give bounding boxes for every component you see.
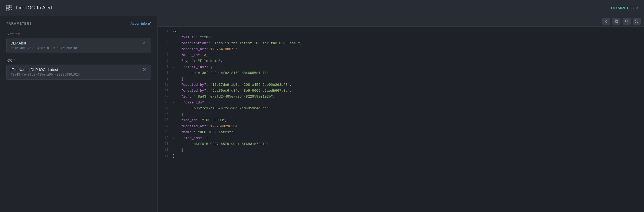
alert-field-card: DLP Alert de1e13cf-2e2c-4fc2-8179-b84605… (6, 38, 151, 53)
svg-rect-2 (6, 8, 9, 11)
params-label: PARAMETERS (6, 22, 32, 25)
line-number: 20 (161, 141, 168, 147)
line-content: "id": "48a43ffe-8fd2-485e-a954-822959801… (173, 94, 641, 100)
line-number: 3 (161, 40, 168, 46)
code-line: 1▾{ (158, 29, 644, 35)
code-line: 9 ], (158, 76, 644, 82)
code-line: 2 "value": "1202", (158, 35, 644, 40)
ioc-clear-button[interactable]: ✕ (141, 68, 147, 72)
code-line: 10 "updated_by": "17b37de9-ab0b-4208-a45… (158, 82, 644, 88)
external-link-icon (148, 22, 151, 25)
code-line: 17 "updated_at": 1707649296234, (158, 124, 644, 129)
svg-point-4 (625, 20, 627, 22)
code-line: 15 ], (158, 111, 644, 117)
copy-button[interactable] (612, 18, 620, 25)
line-content: "auto_id": 3, (173, 52, 641, 58)
alert-field-label: Alert true (6, 32, 151, 36)
ioc-field-section: IOC * [File Name] DLP IOC- Latest 48a43f… (6, 58, 151, 80)
line-content: "updated_by": "17b37de9-ab0b-4208-a455-6… (173, 82, 641, 88)
back-button[interactable] (602, 18, 610, 25)
line-number: 8 (161, 70, 168, 76)
action-info-link[interactable]: Action info (131, 21, 151, 25)
line-number: 11 (161, 88, 168, 93)
back-icon (604, 19, 608, 23)
status-badge: COMPLETED (611, 6, 639, 10)
code-line: 6 "type": "File Name", (158, 58, 644, 64)
alert-card-name: DLP Alert (10, 41, 141, 45)
line-content: "cb6ff0f5-0937-45f9-99e1-6f6831e72218" (173, 141, 641, 147)
svg-rect-0 (6, 5, 9, 8)
code-line: 14 "8b3527c1-fe66-472c-90c5-1d4059b4c6dc… (158, 106, 644, 111)
line-content: "description": "This is the latest IOC f… (173, 40, 641, 46)
code-line: 21 ] (158, 147, 644, 153)
code-line: 18 "name": "DLP IOC- Latest", (158, 129, 644, 135)
line-content: ▾{ (173, 29, 641, 35)
line-content: ▾ "alert_ids": [ (173, 64, 641, 70)
right-panel: 1▾{2 "value": "1202",3 "description": "T… (158, 16, 644, 212)
app-container: Link IOC To Alert COMPLETED PARAMETERS A… (0, 0, 644, 212)
line-number: 17 (161, 124, 168, 129)
ioc-card-name: [File Name] DLP IOC- Latest (10, 68, 141, 72)
code-line: 7▾ "alert_ids": [ (158, 64, 644, 70)
line-number: 9 (161, 76, 168, 81)
line-content: ▾ "case_ids": [ (173, 100, 641, 106)
alert-card-id: de1e13cf-2e2c-4fc2-8179-b846056e1bf1 (10, 46, 141, 50)
line-content: "8b3527c1-fe66-472c-90c5-1d4059b4c6dc" (173, 106, 641, 111)
code-line: 11 "created_by": "5daf9ec6-d8fc-48e9-966… (158, 88, 644, 94)
code-line: 20 "cb6ff0f5-0937-45f9-99e1-6f6831e72218… (158, 141, 644, 147)
line-number: 4 (161, 46, 168, 52)
line-content: "updated_at": 1707649296234, (173, 124, 641, 129)
line-number: 21 (161, 147, 168, 153)
svg-rect-1 (9, 5, 12, 8)
ioc-card-id: 48a43ffe-8fd2-485e-a954-82295980102b (10, 73, 141, 77)
copy-icon (615, 19, 618, 23)
line-number: 22 (161, 153, 168, 158)
line-content: "name": "DLP IOC- Latest", (173, 129, 641, 135)
line-number: 7 (161, 64, 168, 70)
code-line: 5 "auto_id": 3, (158, 52, 644, 58)
line-number: 16 (161, 117, 168, 123)
line-number: 19 (161, 135, 168, 141)
line-content: "de1e13cf-2e2c-4fc2-8179-b846056e1bf1" (173, 70, 641, 76)
alert-card-content: DLP Alert de1e13cf-2e2c-4fc2-8179-b84605… (10, 41, 141, 50)
line-content: ▾ "ioc_ids": [ (173, 135, 641, 141)
line-number: 13 (161, 100, 168, 105)
ioc-field-card: [File Name] DLP IOC- Latest 48a43ffe-8fd… (6, 65, 151, 80)
line-number: 18 (161, 129, 168, 135)
line-content: "value": "1202", (173, 35, 641, 40)
code-line: 22} (158, 153, 644, 159)
line-number: 10 (161, 82, 168, 87)
line-content: "type": "File Name", (173, 58, 641, 64)
params-header: PARAMETERS Action info (6, 21, 151, 25)
header: Link IOC To Alert COMPLETED (0, 0, 644, 16)
code-line: 4 "created_at": 1707647886726, (158, 46, 644, 52)
expand-button[interactable] (633, 18, 641, 25)
left-panel: PARAMETERS Action info Alert true DLP Al… (0, 16, 158, 212)
code-line: 16 "ioc_id": "IOC-00003", (158, 117, 644, 123)
line-number: 5 (161, 52, 168, 58)
code-line: 13▾ "case_ids": [ (158, 100, 644, 106)
svg-rect-3 (616, 20, 618, 23)
line-number: 12 (161, 94, 168, 99)
search-icon (625, 19, 628, 23)
ioc-card-content: [File Name] DLP IOC- Latest 48a43ffe-8fd… (10, 68, 141, 77)
ioc-field-label: IOC * (6, 58, 151, 62)
alert-clear-button[interactable]: ✕ (141, 41, 147, 45)
main-content: PARAMETERS Action info Alert true DLP Al… (0, 16, 644, 212)
code-line: 3 "description": "This is the latest IOC… (158, 40, 644, 46)
page-title: Link IOC To Alert (16, 5, 52, 11)
header-left: Link IOC To Alert (5, 4, 52, 12)
line-number: 15 (161, 111, 168, 117)
line-content: "created_at": 1707647886726, (173, 46, 641, 52)
code-line: 12 "id": "48a43ffe-8fd2-485e-a954-822959… (158, 94, 644, 100)
line-number: 14 (161, 106, 168, 111)
line-content: ], (173, 76, 641, 82)
link-icon (5, 4, 13, 12)
code-editor[interactable]: 1▾{2 "value": "1202",3 "description": "T… (158, 27, 644, 212)
line-content: "ioc_id": "IOC-00003", (173, 117, 641, 123)
code-toolbar (158, 16, 644, 27)
code-line: 8 "de1e13cf-2e2c-4fc2-8179-b846056e1bf1" (158, 70, 644, 76)
line-number: 2 (161, 35, 168, 40)
search-button[interactable] (623, 18, 631, 25)
line-number: 6 (161, 58, 168, 64)
